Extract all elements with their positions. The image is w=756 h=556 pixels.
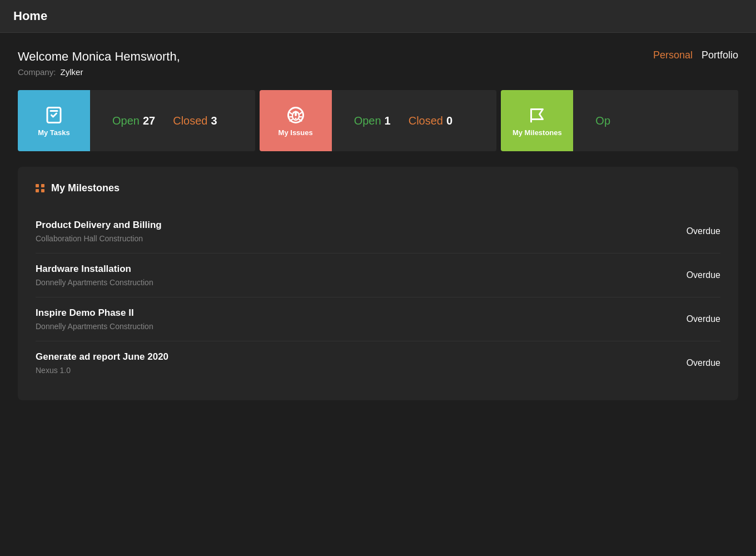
milestones-panel-title: My Milestones	[51, 182, 120, 194]
milestones-label: My Milestones	[513, 128, 562, 137]
issues-open-count: 1	[385, 115, 391, 127]
dot-2	[41, 184, 44, 187]
welcome-text: Welcome Monica Hemsworth,	[18, 49, 180, 64]
tasks-closed-stat: Closed 3	[173, 115, 217, 127]
milestone-item-1[interactable]: Product Delivery and Billing Collaborati…	[36, 210, 720, 254]
dots-icon	[36, 184, 44, 192]
tasks-card[interactable]: My Tasks Open 27 Closed 3	[18, 90, 255, 151]
milestones-open-label: Op	[595, 115, 610, 127]
tasks-closed-label: Closed	[173, 115, 207, 127]
milestones-icon-block: My Milestones	[501, 90, 573, 151]
issues-icon-block: My Issues	[260, 90, 332, 151]
milestone-item-4[interactable]: Generate ad report June 2020 Nexus 1.0 O…	[36, 341, 720, 385]
milestone-info-2: Hardware Installation Donnelly Apartment…	[36, 264, 153, 287]
milestone-project-1: Collaboration Hall Construction	[36, 234, 162, 243]
milestone-item-2[interactable]: Hardware Installation Donnelly Apartment…	[36, 254, 720, 297]
main-content: Welcome Monica Hemsworth, Personal Portf…	[0, 33, 756, 417]
milestones-card[interactable]: My Milestones Op	[501, 90, 738, 151]
tasks-closed-count: 3	[211, 115, 217, 127]
milestone-info-1: Product Delivery and Billing Collaborati…	[36, 220, 162, 243]
dot-1	[36, 184, 39, 187]
milestone-item-3[interactable]: Inspire Demo Phase II Donnelly Apartment…	[36, 297, 720, 341]
tasks-label: My Tasks	[38, 128, 70, 137]
milestone-info-4: Generate ad report June 2020 Nexus 1.0	[36, 351, 168, 375]
milestone-name-1: Product Delivery and Billing	[36, 220, 162, 231]
header: Home	[0, 0, 756, 33]
milestone-status-2: Overdue	[687, 270, 720, 280]
cards-container: My Tasks Open 27 Closed 3	[18, 90, 738, 151]
milestone-status-1: Overdue	[687, 226, 720, 236]
issues-icon	[286, 105, 306, 125]
issues-closed-label: Closed	[409, 115, 443, 127]
issues-label: My Issues	[278, 128, 313, 137]
header-title: Home	[13, 9, 47, 23]
issues-open-stat: Open 1	[354, 115, 391, 127]
tasks-open-count: 27	[143, 115, 155, 127]
milestone-name-2: Hardware Installation	[36, 264, 153, 275]
milestone-status-3: Overdue	[687, 314, 720, 324]
tasks-open-label: Open	[112, 115, 140, 127]
dot-3	[36, 189, 39, 192]
milestone-status-4: Overdue	[687, 358, 720, 368]
milestone-name-3: Inspire Demo Phase II	[36, 307, 153, 319]
svg-point-4	[295, 117, 296, 119]
milestone-info-3: Inspire Demo Phase II Donnelly Apartment…	[36, 307, 153, 331]
milestone-project-4: Nexus 1.0	[36, 366, 168, 375]
tasks-stats: Open 27 Closed 3	[90, 90, 255, 151]
tasks-icon-block: My Tasks	[18, 90, 90, 151]
company-label: Company:	[18, 67, 56, 77]
svg-line-7	[299, 112, 302, 114]
milestones-stats: Op	[573, 90, 738, 151]
milestone-icon	[527, 105, 547, 125]
view-toggle: Personal Portfolio	[653, 49, 738, 61]
milestone-project-2: Donnelly Apartments Construction	[36, 278, 153, 287]
milestone-name-4: Generate ad report June 2020	[36, 351, 168, 363]
issues-open-label: Open	[354, 115, 381, 127]
issues-stats: Open 1 Closed 0	[332, 90, 497, 151]
tasks-icon	[44, 105, 64, 125]
milestones-open-stat: Op	[595, 115, 614, 127]
panel-header: My Milestones	[36, 182, 720, 194]
tasks-open-stat: Open 27	[112, 115, 155, 127]
dot-4	[41, 189, 44, 192]
issues-closed-count: 0	[446, 115, 452, 127]
milestones-panel: My Milestones Product Delivery and Billi…	[18, 167, 738, 400]
portfolio-tab[interactable]: Portfolio	[702, 49, 738, 61]
milestone-project-3: Donnelly Apartments Construction	[36, 322, 153, 331]
company-row: Company: Zylker	[18, 67, 738, 77]
svg-line-6	[290, 112, 292, 114]
personal-tab[interactable]: Personal	[653, 49, 693, 61]
welcome-row: Welcome Monica Hemsworth, Personal Portf…	[18, 49, 738, 64]
issues-card[interactable]: My Issues Open 1 Closed 0	[260, 90, 497, 151]
issues-closed-stat: Closed 0	[409, 115, 452, 127]
company-name: Zylker	[61, 67, 83, 77]
